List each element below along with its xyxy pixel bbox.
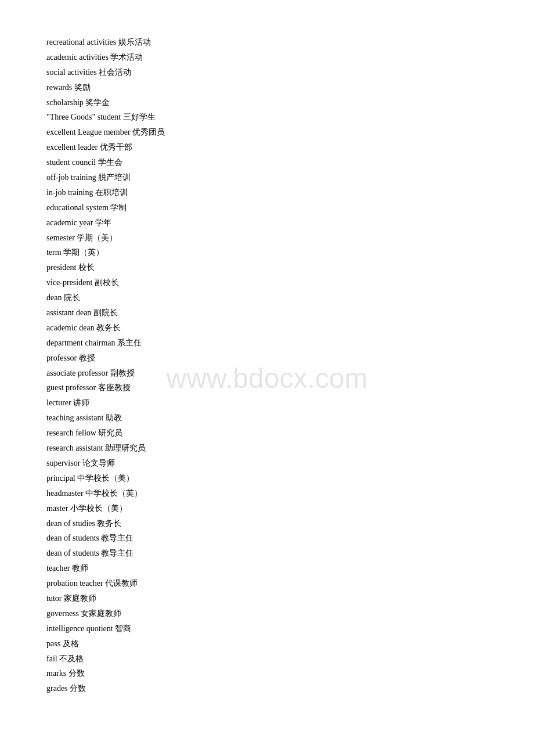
- list-item: professor 教授: [46, 351, 488, 366]
- list-item: off-job training 脱产培训: [46, 170, 488, 185]
- list-item: excellent leader 优秀干部: [46, 140, 488, 155]
- list-item: tutor 家庭教师: [46, 591, 488, 606]
- list-item: teacher 教师: [46, 561, 488, 576]
- list-item: academic year 学年: [46, 215, 488, 231]
- list-item: department chairman 系主任: [46, 336, 488, 351]
- list-item: educational system 学制: [46, 200, 488, 215]
- list-item: dean 院长: [46, 290, 488, 305]
- list-item: "Three Goods" student 三好学生: [46, 110, 488, 125]
- list-item: rewards 奖励: [46, 80, 488, 95]
- list-item: president 校长: [46, 260, 488, 275]
- list-item: supervisor 论文导师: [46, 456, 488, 471]
- list-item: academic activities 学术活动: [46, 50, 488, 65]
- list-item: recreational activities 娱乐活动: [46, 35, 488, 50]
- list-item: vice-president 副校长: [46, 275, 488, 290]
- list-item: governess 女家庭教师: [46, 606, 488, 621]
- list-item: semester 学期（美）: [46, 231, 488, 246]
- list-item: master 小学校长（美）: [46, 501, 488, 516]
- list-item: research fellow 研究员: [46, 426, 488, 441]
- list-item: guest professor 客座教授: [46, 380, 488, 395]
- list-item: dean of students 教导主任: [46, 531, 488, 546]
- list-item: associate professor 副教授: [46, 366, 488, 381]
- list-item: academic dean 教务长: [46, 321, 488, 336]
- list-item: pass 及格: [46, 636, 488, 651]
- list-item: excellent League member 优秀团员: [46, 125, 488, 140]
- list-item: teaching assistant 助教: [46, 411, 488, 426]
- list-item: research assistant 助理研究员: [46, 441, 488, 456]
- content-area: www.bdocx.com recreational activities 娱乐…: [46, 35, 488, 696]
- list-item: dean of studies 教务长: [46, 516, 488, 531]
- list-item: dean of students 教导主任: [46, 546, 488, 561]
- list-item: scholarship 奖学金: [46, 95, 488, 110]
- list-item: social activities 社会活动: [46, 65, 488, 80]
- list-item: headmaster 中学校长（英）: [46, 486, 488, 501]
- list-item: probation teacher 代课教师: [46, 576, 488, 591]
- list-item: fail 不及格: [46, 651, 488, 667]
- list-item: principal 中学校长（美）: [46, 471, 488, 486]
- list-item: in-job training 在职培训: [46, 185, 488, 200]
- list-item: marks 分数: [46, 666, 488, 681]
- list-item: intelligence quotient 智商: [46, 621, 488, 636]
- list-item: assistant dean 副院长: [46, 305, 488, 321]
- vocabulary-list: recreational activities 娱乐活动academic act…: [46, 35, 488, 696]
- list-item: term 学期（英）: [46, 245, 488, 260]
- list-item: lecturer 讲师: [46, 395, 488, 411]
- list-item: grades 分数: [46, 681, 488, 696]
- list-item: student council 学生会: [46, 155, 488, 170]
